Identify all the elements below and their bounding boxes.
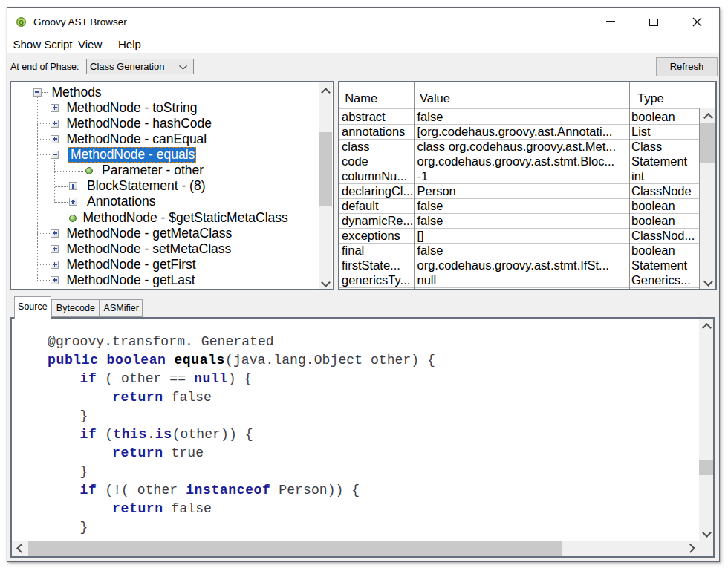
svg-text:G: G <box>19 19 24 26</box>
